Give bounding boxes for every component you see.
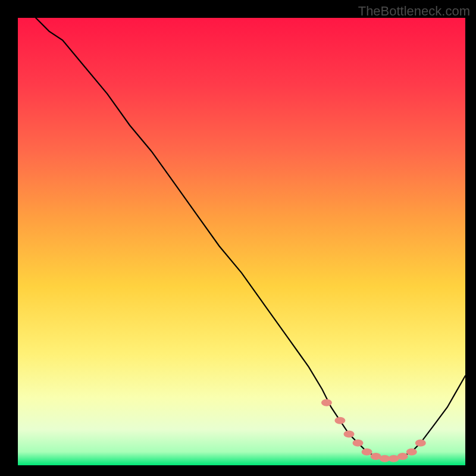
curve-layer: [18, 18, 465, 465]
marker-point: [406, 448, 417, 455]
marker-point: [397, 453, 408, 460]
marker-point: [334, 417, 345, 424]
optimal-range-markers: [321, 399, 426, 462]
marker-point: [321, 399, 332, 406]
marker-point: [344, 430, 355, 437]
marker-point: [353, 439, 364, 446]
watermark-text: TheBottleneck.com: [358, 4, 470, 19]
plot-frame: [18, 18, 465, 465]
marker-point: [415, 439, 426, 446]
marker-point: [362, 448, 372, 455]
bottleneck-curve: [36, 18, 465, 459]
